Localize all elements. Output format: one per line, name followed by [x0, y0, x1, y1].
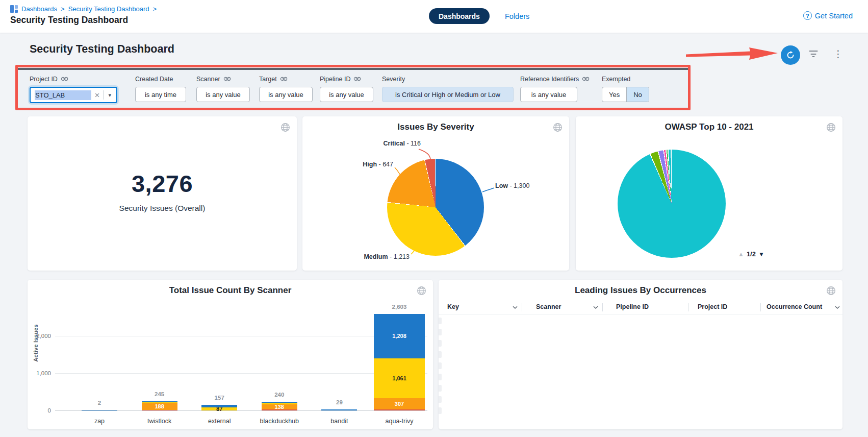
bar-segment-value: 1,208: [392, 333, 406, 339]
link-icon: [280, 77, 288, 81]
filter-label-project-id: Project ID: [30, 75, 117, 83]
x-axis-label-bandit: bandit: [330, 418, 348, 425]
bar-segment-value: 307: [395, 401, 404, 407]
chevron-down-icon[interactable]: [593, 306, 598, 309]
severity-chart-title: Issues By Severity: [302, 122, 569, 132]
filter-scanner: Scanner is any value: [196, 75, 250, 102]
dashboard-filters-icon[interactable]: [809, 51, 818, 58]
owasp-pie[interactable]: [618, 150, 726, 258]
card-owasp-top-10: OWASP Top 10 - 2021 ▲ 1/2 ▼: [576, 116, 843, 271]
filter-label-text: Exempted: [602, 76, 630, 83]
skeleton-stripe: [439, 329, 442, 335]
filter-label-exempted: Exempted: [602, 75, 649, 83]
filter-label-scanner: Scanner: [196, 75, 250, 83]
bar-total-bandit: 29: [336, 399, 343, 405]
caret-down-icon[interactable]: ▾: [104, 92, 113, 99]
column-divider: [602, 303, 603, 311]
filter-severity: Severity is Critical or High or Medium o…: [382, 75, 514, 102]
column-header-key[interactable]: Key: [447, 303, 459, 310]
y-tick-label: 1,000: [29, 370, 51, 376]
refresh-button[interactable]: [781, 45, 800, 65]
chevron-down-icon[interactable]: [835, 306, 840, 309]
globe-icon: [553, 123, 563, 134]
chevron-down-icon[interactable]: [513, 306, 518, 309]
x-axis-label-external: external: [208, 418, 231, 425]
bar-segment-low-zap[interactable]: [82, 410, 117, 410]
created-date-filter-button[interactable]: is any time: [135, 87, 186, 102]
link-icon: [353, 77, 361, 81]
exempted-yes-button[interactable]: Yes: [602, 87, 626, 102]
severity-pie[interactable]: [387, 159, 484, 256]
kebab-menu-icon[interactable]: ⋮: [830, 48, 846, 60]
bar-segment-low-external[interactable]: [201, 405, 237, 407]
column-header-pipeline-id[interactable]: Pipeline ID: [616, 303, 649, 310]
breadcrumb-separator: >: [152, 5, 157, 13]
filter-project-id: Project ID STO_LAB × ▾: [30, 75, 117, 103]
get-started-link[interactable]: ? Get Started: [803, 11, 853, 20]
gridline: [55, 373, 427, 374]
scanner-filter-button[interactable]: is any value: [196, 87, 250, 102]
page-up-icon[interactable]: ▲: [738, 251, 744, 258]
filter-label-text: Pipeline ID: [320, 76, 350, 83]
page-down-icon[interactable]: ▼: [758, 251, 764, 258]
gridline: [55, 336, 427, 336]
tab-dashboards[interactable]: Dashboards: [429, 8, 490, 24]
skeleton-stripe: [439, 396, 442, 403]
refresh-icon: [786, 51, 795, 60]
bar-segment-low-bandit[interactable]: [321, 409, 357, 410]
clear-icon[interactable]: ×: [91, 91, 104, 100]
y-tick-label: 2,000: [29, 333, 51, 339]
link-icon: [61, 77, 68, 81]
card-issues-by-severity: Issues By Severity Low - 1,300Medium - 1…: [302, 116, 569, 271]
bar-plot: 01,0002,0002zap188245twistlock87157exter…: [28, 280, 433, 429]
tab-folders[interactable]: Folders: [505, 12, 529, 20]
help-icon: ?: [803, 11, 812, 20]
breadcrumb-current[interactable]: Security Testing Dashboard: [68, 5, 149, 13]
target-filter-button[interactable]: is any value: [259, 87, 313, 102]
exempted-no-button[interactable]: No: [626, 87, 649, 102]
reference-identifiers-filter-button[interactable]: is any value: [520, 87, 577, 102]
bar-segment-low-blackduckhub[interactable]: [262, 402, 297, 403]
filter-target: Target is any value: [259, 75, 313, 102]
column-header-occurrence-count[interactable]: Occurrence Count: [767, 303, 822, 310]
project-id-value: STO_LAB: [35, 90, 91, 100]
column-divider: [688, 303, 688, 311]
security-testing-dashboard-page: Dashboards > Security Testing Dashboard …: [0, 0, 868, 437]
bar-segment-medium-blackduckhub[interactable]: [262, 403, 297, 404]
skeleton-stripe: [439, 362, 442, 369]
column-divider: [760, 303, 761, 311]
breadcrumb: Dashboards > Security Testing Dashboard …: [10, 5, 157, 13]
project-id-combobox[interactable]: STO_LAB × ▾: [30, 87, 117, 103]
filter-bar: Project ID STO_LAB × ▾ Created Date is a…: [18, 68, 688, 108]
bar-total-zap: 2: [98, 400, 101, 406]
filter-label-reference-identifiers: Reference Identifiers: [520, 75, 590, 83]
filter-label-text: Scanner: [196, 76, 220, 83]
bar-segment-value: 138: [275, 404, 284, 410]
column-header-scanner[interactable]: Scanner: [536, 303, 561, 310]
filter-label-text: Reference Identifiers: [520, 76, 579, 83]
breadcrumb-dashboards[interactable]: Dashboards: [21, 5, 57, 13]
skeleton-stripe: [439, 374, 442, 380]
link-icon: [223, 77, 231, 81]
card-leading-issues-by-occurrences: Leading Issues By Occurrences Key Scanne…: [439, 280, 843, 429]
bar-segment-critical-aqua-trivy[interactable]: [374, 409, 425, 410]
bar-segment-critical-twistlock[interactable]: [142, 410, 177, 410]
page-indicator: 1/2: [747, 250, 756, 258]
bar-total-twistlock: 245: [155, 391, 164, 397]
pipeline-id-filter-button[interactable]: is any value: [320, 87, 373, 102]
skeleton-stripe: [439, 351, 442, 358]
column-header-project-id[interactable]: Project ID: [698, 303, 727, 310]
bar-segment-medium-twistlock[interactable]: [142, 402, 177, 403]
bar-segment-low-twistlock[interactable]: [142, 401, 177, 402]
filter-label-text: Project ID: [30, 76, 58, 83]
globe-icon: [826, 286, 836, 298]
exempted-toggle: Yes No: [602, 87, 649, 102]
severity-filter-button[interactable]: is Critical or High or Medium or Low: [382, 87, 514, 102]
globe-icon: [280, 123, 290, 134]
dashboards-grid-icon: [10, 5, 18, 13]
app-header: Dashboards > Security Testing Dashboard …: [0, 0, 868, 33]
pie-label-low: Low - 1,300: [495, 182, 529, 189]
filter-label-severity: Severity: [382, 75, 514, 83]
filter-pipeline-id: Pipeline ID is any value: [320, 75, 373, 102]
filter-label-pipeline-id: Pipeline ID: [320, 75, 373, 83]
